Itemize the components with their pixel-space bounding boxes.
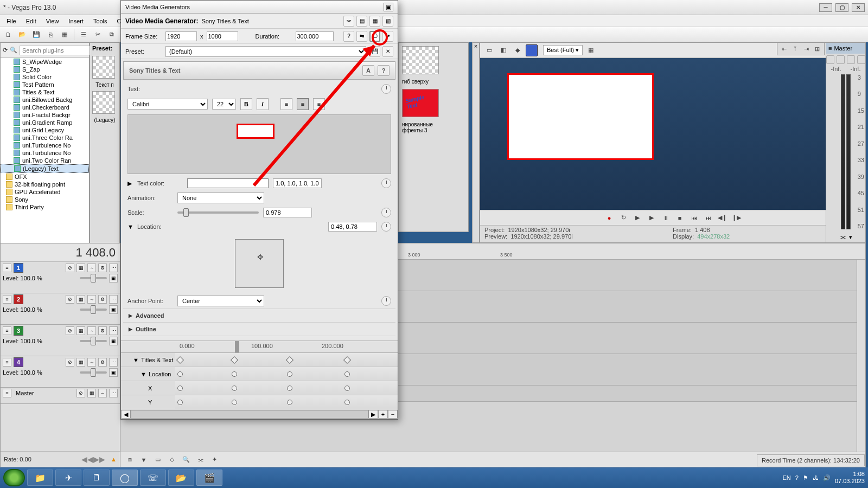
level-slider[interactable] xyxy=(80,309,107,311)
layout3-icon[interactable]: ▨ xyxy=(382,16,393,27)
bypass-icon[interactable]: ⊘ xyxy=(66,326,74,335)
meter-opts-icon[interactable]: ▾ xyxy=(849,234,852,241)
frame-width-input[interactable] xyxy=(165,31,197,41)
bypass-icon[interactable]: ⊘ xyxy=(66,295,74,304)
tree-item[interactable]: uni.Fractal Backgr xyxy=(1,111,89,119)
animate-icon[interactable] xyxy=(381,84,391,94)
task-whatsapp[interactable]: ☏ xyxy=(140,470,166,486)
expand-icon[interactable]: ▣ xyxy=(109,368,118,377)
kf-lane-label[interactable]: X xyxy=(148,385,152,391)
zoom-in-icon[interactable]: + xyxy=(378,410,388,419)
dock3-icon[interactable]: ⇥ xyxy=(802,43,811,55)
automation-icon[interactable]: ～ xyxy=(87,326,96,335)
dialog-close-icon[interactable]: ▣ xyxy=(384,3,393,11)
automation-icon[interactable]: ～ xyxy=(87,264,96,272)
preset-thumb[interactable] xyxy=(92,91,115,114)
level-slider[interactable] xyxy=(80,340,107,342)
record-button[interactable]: ● xyxy=(604,213,615,223)
playhead-icon[interactable] xyxy=(235,341,239,352)
dock1-icon[interactable]: ⇤ xyxy=(780,43,789,55)
panel-close-icon[interactable]: × xyxy=(472,42,480,243)
tree-item-selected[interactable]: (Legacy) Text xyxy=(1,164,89,173)
menu-file[interactable]: File xyxy=(2,17,21,25)
align-center-button[interactable]: ≡ xyxy=(297,98,309,110)
menu-icon[interactable]: ≡ xyxy=(3,389,11,397)
layout2-icon[interactable]: ▦ xyxy=(369,16,380,27)
automation-icon[interactable]: ～ xyxy=(87,358,96,367)
more-icon[interactable]: ⋯ xyxy=(109,295,118,304)
menu-icon[interactable]: ≡ xyxy=(3,264,11,272)
next-frame-button[interactable]: ❙▶ xyxy=(731,213,742,223)
duration-input[interactable] xyxy=(296,31,334,41)
tree-item[interactable]: uni.Gradient Ramp xyxy=(1,119,89,126)
lang-indicator[interactable]: EN xyxy=(783,474,791,481)
track-header[interactable]: ≡2 ⊘▦～⚙⋯ Level: 100.0 %▣ xyxy=(1,293,120,325)
animate-icon[interactable] xyxy=(381,178,391,188)
expander-shadow[interactable]: ▶Shadow xyxy=(123,336,395,341)
align-left-button[interactable]: ≡ xyxy=(280,98,292,110)
pick-icon[interactable]: ⬈ xyxy=(382,31,393,42)
kf-lane-label[interactable]: Location xyxy=(149,371,171,377)
fx-master-icon[interactable] xyxy=(826,55,834,64)
tree-item[interactable]: uni.Turbulence No xyxy=(1,149,89,157)
gear-icon[interactable]: ⚙ xyxy=(98,326,107,335)
monitor-icon[interactable]: 🖵 xyxy=(369,31,380,42)
kf-track[interactable] xyxy=(175,367,398,381)
gear-icon[interactable]: ⚙ xyxy=(98,358,107,367)
trackfx-icon[interactable]: ▦ xyxy=(76,264,85,272)
dialog-titlebar[interactable]: Video Media Generators ▣ xyxy=(121,1,398,14)
task-notes[interactable]: 🗒 xyxy=(84,470,110,486)
menu-tools[interactable]: Tools xyxy=(89,17,112,25)
stop-button[interactable]: ■ xyxy=(674,213,685,223)
anchor-select[interactable]: Center xyxy=(177,296,264,306)
scroll-right-icon[interactable]: ▶ xyxy=(368,410,378,419)
tree-folder[interactable]: GPU Accelerated xyxy=(1,188,89,196)
fx-icon[interactable]: ▭ xyxy=(483,44,495,56)
level-slider[interactable] xyxy=(80,371,107,374)
link-icon[interactable]: ⫘ xyxy=(840,234,846,240)
dock4-icon[interactable]: ⊞ xyxy=(813,43,822,55)
tray-flag-icon[interactable]: ⚑ xyxy=(803,474,808,481)
expand-icon[interactable]: ▣ xyxy=(109,337,118,345)
solo-icon[interactable] xyxy=(847,55,855,64)
section-help-icon[interactable]: ? xyxy=(378,65,390,76)
tool-select-icon[interactable]: ▭ xyxy=(152,454,164,466)
delete-preset-icon[interactable]: ✕ xyxy=(382,46,393,57)
tree-folder[interactable]: 32-bit floating point xyxy=(1,181,89,188)
menu-edit[interactable]: Edit xyxy=(22,17,41,25)
save-icon[interactable]: 💾 xyxy=(30,29,42,41)
search-input[interactable] xyxy=(20,46,100,55)
task-explorer[interactable]: 📁 xyxy=(27,470,53,486)
about-button[interactable]: A xyxy=(362,65,374,76)
text-color-value[interactable] xyxy=(273,178,322,188)
scale-slider[interactable] xyxy=(177,211,259,214)
pause-button[interactable]: ⏸ xyxy=(660,213,671,223)
layout1-icon[interactable]: ▤ xyxy=(356,16,367,27)
swatch-icon[interactable] xyxy=(526,44,538,56)
overlay-icon[interactable]: ◆ xyxy=(512,44,524,56)
task-vegas[interactable]: 🎬 xyxy=(196,470,222,486)
trackfx-icon[interactable]: ▦ xyxy=(76,358,85,367)
tool-link-icon[interactable]: ⫘ xyxy=(194,454,206,466)
expander-advanced[interactable]: ▶Advanced xyxy=(123,309,395,322)
gear-icon[interactable]: ⚙ xyxy=(98,264,107,272)
preset-thumb[interactable] xyxy=(402,46,439,74)
size-select[interactable]: 22 xyxy=(212,99,236,110)
preview-stage[interactable] xyxy=(480,58,865,210)
italic-button[interactable]: I xyxy=(257,98,269,110)
tree-item[interactable]: uni.Turbulence No xyxy=(1,142,89,149)
render-icon[interactable]: ▦ xyxy=(59,29,71,41)
match-icon[interactable]: ⇆ xyxy=(356,31,367,42)
tree-item[interactable]: uni.Grid Legacy xyxy=(1,126,89,134)
track-header[interactable]: ≡4 ⊘▦～⚙⋯ Level: 100.0 %▣ xyxy=(1,356,120,388)
expander-outline[interactable]: ▶Outline xyxy=(123,322,395,336)
refresh-icon[interactable]: ⟳ xyxy=(3,47,8,54)
kf-track[interactable] xyxy=(175,381,398,395)
play-button[interactable]: ▶ xyxy=(646,213,657,223)
grid-icon[interactable]: ▦ xyxy=(585,44,597,56)
kf-track[interactable] xyxy=(175,395,398,409)
props-icon[interactable]: ☰ xyxy=(78,29,90,41)
tree-item[interactable]: Test Pattern xyxy=(1,81,89,88)
track-header[interactable]: ≡1 ⊘▦～⚙⋯ Level: 100.0 %▣ xyxy=(1,262,120,293)
go-end-button[interactable]: ⏭ xyxy=(703,213,713,223)
